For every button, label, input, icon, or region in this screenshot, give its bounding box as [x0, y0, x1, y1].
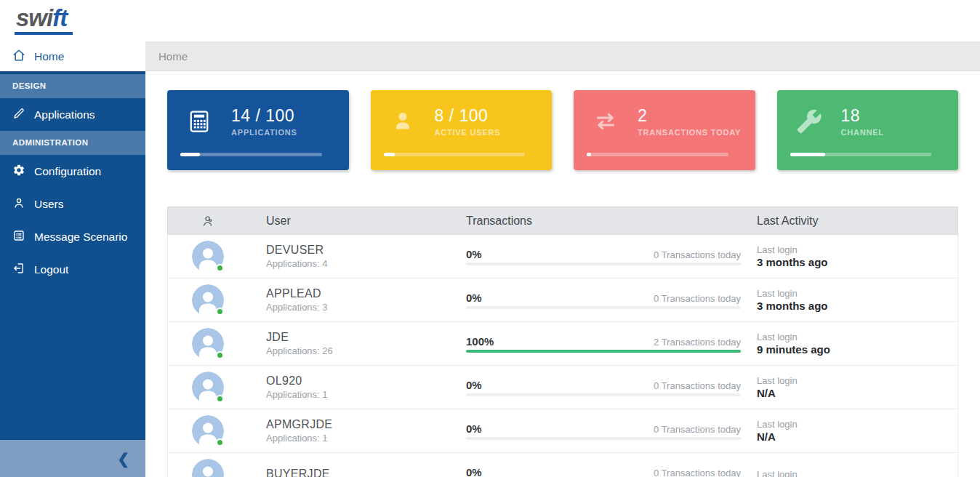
- chevron-left-icon: ❮: [117, 452, 129, 466]
- transactions-cell: 0% 0 Transactions today: [459, 292, 750, 309]
- transactions-progress-track: [466, 306, 741, 309]
- transactions-progress-track: [466, 393, 741, 396]
- gear-icon: [12, 164, 25, 180]
- last-login-label: Last login: [757, 332, 957, 342]
- avatar: [192, 415, 224, 447]
- last-login-value: N/A: [757, 387, 957, 399]
- table-row[interactable]: DEVUSER Applications: 4 0% 0 Transaction…: [168, 235, 957, 278]
- last-login-value: 3 months ago: [757, 300, 957, 312]
- sidebar-item-label: Logout: [34, 263, 68, 276]
- sidebar-item-configuration[interactable]: Configuration: [0, 155, 145, 188]
- transactions-percent: 0%: [466, 422, 482, 435]
- user-name: JDE: [266, 331, 459, 344]
- user-applications-count: Applications: 1: [266, 389, 459, 400]
- transactions-today: 0 Transactions today: [654, 249, 741, 260]
- stat-card-transactions: 2 TRANSACTIONS TODAY: [574, 90, 755, 170]
- avatar: [192, 284, 224, 316]
- user-cell: JDE Applications: 26: [248, 331, 459, 356]
- last-login-label: Last login: [757, 469, 957, 477]
- card-label: ACTIVE USERS: [435, 128, 501, 137]
- table-row[interactable]: OL920 Applications: 1 0% 0 Transactions …: [168, 366, 957, 409]
- logo-text-blue: ft: [52, 4, 67, 31]
- card-progress-track: [587, 153, 728, 156]
- transactions-today: 0 Transactions today: [654, 468, 741, 477]
- user-name: BUYERJDE: [266, 468, 459, 477]
- card-progress-track: [180, 153, 322, 156]
- online-status-dot: [216, 438, 224, 446]
- avatar-cell: [168, 284, 248, 316]
- sidebar-item-label: Users: [34, 198, 63, 211]
- card-progress-track: [384, 153, 526, 156]
- last-login-value: N/A: [757, 430, 957, 443]
- calculator-icon: [186, 108, 212, 135]
- transactions-percent: 0%: [466, 248, 482, 260]
- sidebar-section-administration: ADMINISTRATION: [0, 131, 145, 155]
- table-body: DEVUSER Applications: 4 0% 0 Transaction…: [167, 235, 958, 477]
- avatar: [192, 241, 224, 273]
- person-icon: [390, 108, 416, 135]
- table-row[interactable]: APMGRJDE Applications: 1 0% 0 Transactio…: [168, 409, 957, 453]
- user-applications-count: Applications: 4: [266, 258, 459, 269]
- card-value: 14 / 100: [231, 106, 297, 126]
- transactions-today: 0 Transactions today: [654, 424, 741, 435]
- user-icon: [12, 196, 25, 212]
- online-status-dot: [216, 395, 224, 403]
- transactions-cell: 0% 0 Transactions today: [459, 379, 750, 396]
- user-cell: OL920 Applications: 1: [248, 374, 459, 400]
- sidebar-item-users[interactable]: Users: [0, 188, 145, 220]
- sidebar-item-home[interactable]: Home: [0, 41, 145, 71]
- logo-text-gray: swi: [16, 4, 52, 31]
- last-activity-cell: Last login N/A: [750, 375, 957, 399]
- last-activity-cell: Last login N/A: [750, 419, 957, 443]
- last-login-label: Last login: [757, 288, 957, 299]
- sidebar-collapse-button[interactable]: ❮: [0, 440, 145, 477]
- last-login-label: Last login: [757, 375, 957, 386]
- sidebar-item-applications[interactable]: Applications: [0, 98, 145, 131]
- last-activity-cell: Last login: [750, 469, 957, 477]
- users-table: User Transactions Last Activity DEVUSER …: [167, 207, 958, 477]
- last-login-value: 9 minutes ago: [757, 343, 957, 356]
- avatar: [192, 459, 224, 477]
- transactions-today: 0 Transactions today: [654, 293, 741, 304]
- last-login-value: 3 months ago: [757, 256, 957, 268]
- last-activity-cell: Last login 9 minutes ago: [750, 332, 957, 356]
- table-row[interactable]: BUYERJDE 0% 0 Transactions today Last lo…: [168, 453, 957, 477]
- transactions-cell: 0% 0 Transactions today: [459, 422, 750, 440]
- transactions-cell: 100% 2 Transactions today: [459, 335, 750, 353]
- sidebar-item-logout[interactable]: Logout: [0, 253, 145, 286]
- transactions-percent: 0%: [466, 466, 482, 477]
- user-cell: DEVUSER Applications: 4: [248, 244, 459, 269]
- sidebar-section-design: DESIGN: [0, 74, 145, 98]
- card-progress-fill: [587, 153, 591, 156]
- logout-icon: [12, 262, 25, 278]
- user-outline-icon: [168, 214, 248, 228]
- card-value: 2: [638, 106, 741, 126]
- sidebar-item-label: Applications: [34, 108, 95, 121]
- transfer-arrows-icon: [593, 108, 619, 135]
- transactions-cell: 0% 0 Transactions today: [459, 466, 750, 477]
- table-row[interactable]: JDE Applications: 26 100% 2 Transactions…: [168, 322, 957, 366]
- card-label: TRANSACTIONS TODAY: [638, 128, 741, 137]
- column-header-transactions: Transactions: [459, 215, 750, 228]
- transactions-cell: 0% 0 Transactions today: [459, 248, 750, 265]
- checklist-icon: [12, 229, 25, 245]
- card-progress-fill: [790, 153, 826, 156]
- transactions-percent: 0%: [466, 379, 482, 391]
- avatar: [192, 328, 224, 360]
- table-row[interactable]: APPLEAD Applications: 3 0% 0 Transaction…: [168, 278, 957, 322]
- pencil-icon: [12, 107, 25, 123]
- sidebar-item-label: Message Scenario: [34, 231, 127, 244]
- avatar-cell: [168, 372, 248, 404]
- stat-cards: 14 / 100 APPLICATIONS 8 / 100 ACTIVE USE…: [167, 90, 958, 170]
- sidebar-item-label: Home: [34, 50, 64, 63]
- user-cell: APMGRJDE Applications: 1: [248, 418, 459, 444]
- column-header-last-activity: Last Activity: [750, 215, 957, 228]
- card-value: 8 / 100: [435, 106, 501, 126]
- avatar: [192, 372, 224, 404]
- breadcrumb-label: Home: [158, 50, 188, 63]
- user-name: DEVUSER: [266, 244, 459, 257]
- card-progress-track: [790, 153, 932, 156]
- user-name: APPLEAD: [266, 287, 459, 300]
- sidebar-item-message-scenario[interactable]: Message Scenario: [0, 220, 145, 253]
- last-login-label: Last login: [757, 244, 957, 255]
